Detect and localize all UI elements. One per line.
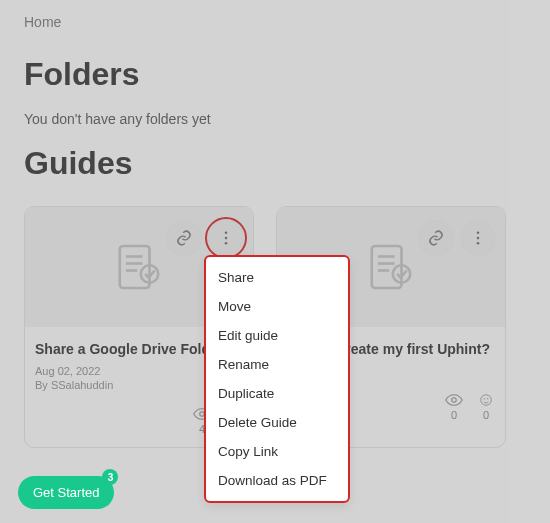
copy-link-button[interactable] bbox=[167, 221, 201, 255]
views-stat: 0 bbox=[445, 393, 463, 421]
svg-point-7 bbox=[225, 242, 228, 245]
svg-point-23 bbox=[487, 399, 488, 400]
menu-share[interactable]: Share bbox=[206, 263, 348, 292]
menu-duplicate[interactable]: Duplicate bbox=[206, 379, 348, 408]
face-icon bbox=[477, 393, 495, 407]
menu-edit-guide[interactable]: Edit guide bbox=[206, 321, 348, 350]
menu-delete[interactable]: Delete Guide bbox=[206, 408, 348, 437]
svg-point-21 bbox=[481, 395, 492, 406]
kebab-menu-icon bbox=[469, 229, 487, 247]
folders-empty-text: You don't have any folders yet bbox=[24, 111, 526, 127]
svg-point-19 bbox=[477, 242, 480, 245]
link-icon bbox=[175, 229, 193, 247]
kebab-menu-icon bbox=[217, 229, 235, 247]
reactions-stat: 0 bbox=[477, 393, 495, 421]
menu-copy-link[interactable]: Copy Link bbox=[206, 437, 348, 466]
svg-point-17 bbox=[477, 231, 480, 234]
menu-rename[interactable]: Rename bbox=[206, 350, 348, 379]
folders-heading: Folders bbox=[24, 56, 526, 93]
svg-point-18 bbox=[477, 237, 480, 240]
svg-point-22 bbox=[484, 399, 485, 400]
reactions-count: 0 bbox=[483, 409, 489, 421]
menu-move[interactable]: Move bbox=[206, 292, 348, 321]
link-icon bbox=[427, 229, 445, 247]
breadcrumb[interactable]: Home bbox=[24, 14, 526, 30]
get-started-button[interactable]: Get Started 3 bbox=[18, 476, 114, 509]
svg-point-6 bbox=[225, 237, 228, 240]
document-check-icon bbox=[363, 239, 419, 295]
document-check-icon bbox=[111, 239, 167, 295]
svg-point-20 bbox=[452, 398, 457, 403]
get-started-badge: 3 bbox=[102, 469, 118, 485]
more-options-button[interactable] bbox=[461, 221, 495, 255]
eye-icon bbox=[445, 393, 463, 407]
guides-heading: Guides bbox=[24, 145, 526, 182]
svg-point-5 bbox=[225, 231, 228, 234]
context-menu: Share Move Edit guide Rename Duplicate D… bbox=[204, 255, 350, 503]
more-options-button[interactable] bbox=[209, 221, 243, 255]
copy-link-button[interactable] bbox=[419, 221, 453, 255]
menu-download-pdf[interactable]: Download as PDF bbox=[206, 466, 348, 495]
views-count: 0 bbox=[451, 409, 457, 421]
get-started-label: Get Started bbox=[33, 485, 99, 500]
